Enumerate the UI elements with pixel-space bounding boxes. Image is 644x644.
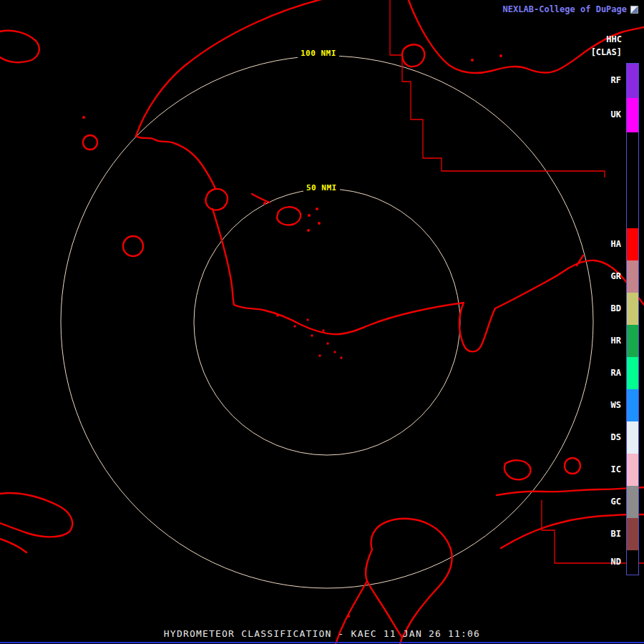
legend-swatch-bi xyxy=(627,518,638,550)
product-code-label: HHC xyxy=(606,34,622,44)
legend-swatch-hr xyxy=(627,325,638,357)
legend-colorbar xyxy=(626,63,639,575)
status-bar: HYDROMETEOR CLASSIFICATION - KAEC 11 JAN… xyxy=(0,628,644,639)
broken-image-icon xyxy=(630,6,638,14)
legend-label-ra: RA xyxy=(595,356,621,389)
legend-labels: RFUKHAGRBDHRRAWSDSICGCBIND xyxy=(595,63,621,575)
legend-label-ha: HA xyxy=(595,228,621,260)
legend-label-ws: WS xyxy=(595,389,621,421)
legend-swatch-nd xyxy=(627,550,638,575)
legend-swatch-gap xyxy=(627,132,638,228)
legend-swatch-ds xyxy=(627,421,638,454)
legend-label-rf: RF xyxy=(595,63,621,97)
brand-text: NEXLAB-College of DuPage xyxy=(503,4,627,14)
range-label-100nmi: 100 NMI xyxy=(298,48,339,59)
legend-label-ic: IC xyxy=(595,453,621,485)
legend-label-ds: DS xyxy=(595,421,621,453)
legend-swatch-rf xyxy=(627,64,638,98)
legend-label-uk: UK xyxy=(595,97,621,132)
legend-swatch-gr xyxy=(627,260,638,293)
legend-label-hr: HR xyxy=(595,324,621,356)
legend-label-bd: BD xyxy=(595,292,621,324)
range-rings xyxy=(61,56,593,588)
legend-label-gc: GC xyxy=(595,485,621,517)
legend-swatch-ws xyxy=(627,389,638,421)
bottom-divider-line xyxy=(0,642,644,643)
legend-label-nd: ND xyxy=(595,550,621,574)
range-ring-50nmi xyxy=(194,189,460,455)
coastline-outlines xyxy=(0,0,644,644)
color-legend: RFUKHAGRBDHRRAWSDSICGCBIND xyxy=(595,63,639,575)
legend-swatch-ha xyxy=(627,228,638,260)
legend-swatch-ra xyxy=(627,357,638,389)
legend-label-gr: GR xyxy=(595,260,621,292)
legend-label-bi: BI xyxy=(595,517,621,550)
brand: NEXLAB-College of DuPage xyxy=(503,4,638,14)
legend-swatch-uk xyxy=(627,98,638,132)
mode-label: [CLAS] xyxy=(591,47,622,57)
radar-map xyxy=(0,0,644,644)
legend-swatch-ic xyxy=(627,454,638,486)
legend-swatch-gc xyxy=(627,486,638,518)
radar-display: 100 NMI 50 NMI NEXLAB-College of DuPage … xyxy=(0,0,644,644)
range-label-50nmi: 50 NMI xyxy=(303,182,340,193)
range-ring-100nmi xyxy=(61,56,593,588)
legend-label-gap xyxy=(595,132,621,228)
legend-swatch-bd xyxy=(627,293,638,325)
